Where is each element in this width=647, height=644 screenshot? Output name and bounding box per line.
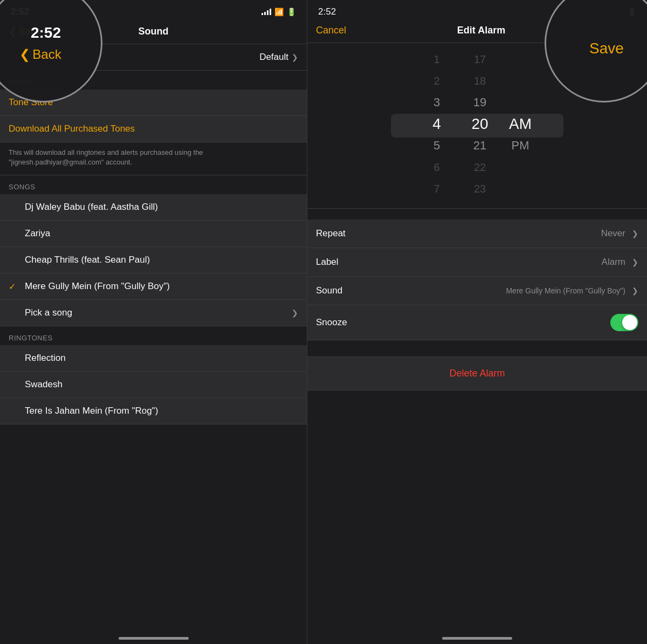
battery-icon: 🔋 [287,8,296,16]
sound-value-text: Mere Gully Mein (From "Gully Boy") [506,286,625,295]
checkmark-icon [9,255,19,265]
list-item[interactable]: Zariya [0,221,307,247]
hour-row: 6 [433,156,439,178]
snooze-label: Snooze [316,317,347,328]
checkmark-icon: ✓ [9,282,19,292]
store-description: This will download all ringtones and ale… [0,142,307,175]
signal-icon [261,9,271,15]
checkmark-icon [9,353,19,363]
circle-time: 2:52 [31,24,61,42]
sound-label: Sound [316,285,342,296]
status-icons: 📶 🔋 [261,8,296,16]
ringtone-label: Tere Is Jahan Mein (From "Rog") [25,406,158,416]
right-status-time: 2:52 [318,6,336,17]
song-label: Mere Gully Mein (From "Gully Boy") [25,281,170,292]
download-all-label: Download All Purchased Tones [9,124,135,134]
label-value-text: Alarm [602,257,625,268]
checkmark-icon [9,202,19,212]
minute-row: 18 [474,70,486,92]
checkmark-icon [9,406,19,416]
checkmark-icon [9,229,19,238]
repeat-label: Repeat [316,228,346,239]
wifi-icon: 📶 [274,8,284,16]
song-label: Zariya [25,228,50,239]
chevron-left-icon: ❮ [19,47,30,62]
reflection-item[interactable]: Reflection [0,345,307,372]
pick-a-song-label: Pick a song [25,307,72,318]
minutes-picker-col[interactable]: 17 18 19 20 21 22 23 [458,49,501,200]
song-label: Cheap Thrills (feat. Sean Paul) [25,255,150,265]
save-button[interactable]: Save [589,40,624,57]
circle-back-button[interactable]: ❮ Back [19,47,61,62]
sound-row[interactable]: Sound Mere Gully Mein (From "Gully Boy")… [307,277,647,305]
snooze-row[interactable]: Snooze [307,305,647,340]
ringtone-label: Swadesh [25,379,63,390]
sound-nav-title: Sound [139,26,169,37]
ampm-row-selected: AM [509,113,532,135]
ringtones-section-header: RINGTONES [0,326,307,345]
delete-alarm-row[interactable]: Delete Alarm [307,357,647,390]
delete-alarm-label: Delete Alarm [449,368,505,379]
chevron-right-icon: ❯ [632,258,638,266]
chevron-right-icon: ❯ [292,53,298,61]
chevron-right-icon: ❯ [292,309,298,317]
list-item[interactable]: Cheap Thrills (feat. Sean Paul) [0,247,307,273]
tere-is-jahan-item[interactable]: Tere Is Jahan Mein (From "Rog") [0,398,307,424]
checkmark-icon [9,308,19,318]
sound-value: Mere Gully Mein (From "Gully Boy") ❯ [506,286,638,295]
hour-row: 7 [433,178,439,200]
swadesh-item[interactable]: Swadesh [0,372,307,398]
label-label: Label [316,257,339,268]
hour-row: 3 [433,92,440,113]
list-item[interactable]: Dj Waley Babu (feat. Aastha Gill) [0,194,307,221]
label-row[interactable]: Label Alarm ❯ [307,248,647,277]
back-label: Back [32,47,61,62]
minute-row: 23 [474,178,486,200]
ampm-row [519,49,522,70]
hour-row: 1 [433,49,439,70]
chevron-right-icon: ❯ [632,286,638,295]
hours-picker-col[interactable]: 1 2 3 4 5 6 7 [415,49,458,200]
ampm-row [519,156,522,178]
hour-row: 5 [433,135,440,156]
minute-row: 17 [474,49,486,70]
mere-gully-mein-item[interactable]: ✓ Mere Gully Mein (From "Gully Boy") [0,273,307,300]
ampm-picker-col[interactable]: AM PM [501,49,539,200]
label-value: Alarm ❯ [602,257,638,268]
repeat-row[interactable]: Repeat Never ❯ [307,220,647,248]
ampm-row: PM [512,135,529,156]
ampm-row [519,178,522,200]
home-indicator [119,637,189,640]
ampm-row [519,92,522,113]
repeat-value: Never ❯ [601,228,638,239]
ringtone-label: Reflection [25,353,66,364]
download-all-item[interactable]: Download All Purchased Tones [0,116,307,142]
left-panel: 2:52 ❮ Back 2:52 📶 🔋 ❮ Back Sound Defaul [0,0,307,644]
minute-row: 21 [473,135,486,156]
default-label: Default [259,52,288,63]
cancel-button[interactable]: Cancel [316,25,346,36]
minute-row: 22 [474,156,486,178]
right-panel: 2:52 🔋 Cancel Edit Alarm Save 1 2 3 4 5 … [307,0,647,644]
hour-row-selected: 4 [432,113,441,135]
songs-section-header: SONGS [0,175,307,194]
minute-row: 19 [473,92,486,113]
repeat-value-text: Never [601,228,625,239]
chevron-right-icon: ❯ [632,229,638,238]
song-label: Dj Waley Babu (feat. Aastha Gill) [25,202,158,213]
hour-row: 2 [433,70,439,92]
pick-a-song-item[interactable]: Pick a song ❯ [0,300,307,326]
snooze-toggle[interactable] [610,314,638,331]
minute-row-selected: 20 [471,113,488,135]
checkmark-icon [9,380,19,389]
ampm-row [519,70,522,92]
edit-alarm-title: Edit Alarm [457,25,505,36]
home-indicator [442,637,512,640]
